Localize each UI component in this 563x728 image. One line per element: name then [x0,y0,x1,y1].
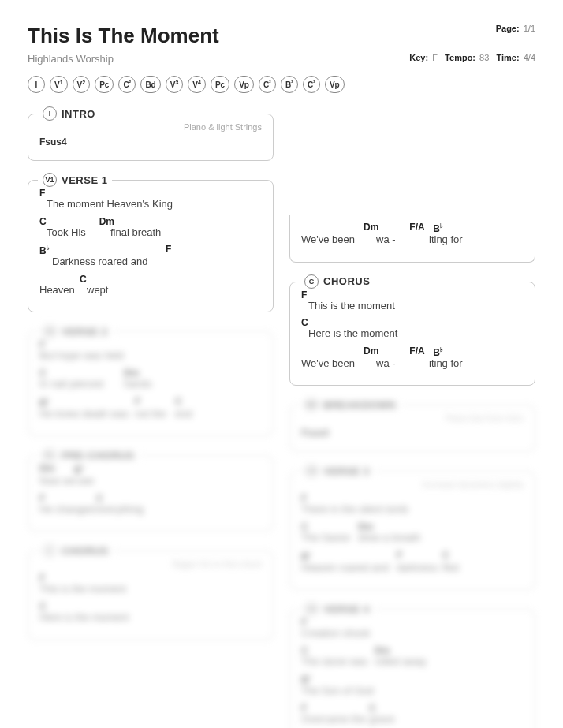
nav-pill[interactable]: Bd [140,76,160,93]
chord-lyric-line: B♭FCHeaven roared anddarknessfled [301,551,524,574]
chord [47,189,179,198]
lyric [80,284,85,297]
section-verse3: V3 VERSE 3 Increase dynamics slightly FT… [289,471,535,590]
lyric: He knew death was [39,408,133,420]
lyric: darkness [397,562,441,574]
lyric: Creation shook [301,627,378,640]
lyric: grave [369,713,397,726]
nav-pill[interactable]: C² [303,76,320,93]
chord-lyric-line: FCHe changedeverything [39,494,262,516]
chord: Dm [39,464,73,475]
chord: Dm [375,646,435,655]
section-title: BREAKDOWN [323,399,396,411]
chord: Fsus4 [39,136,262,147]
section-title: CHORUS [323,275,370,287]
chord: B♭ [433,346,488,357]
song-title: This Is The Moment [28,24,219,48]
chord [88,274,110,284]
chord: F/A [409,222,431,233]
chord: F [39,189,45,198]
chord: C [39,602,139,611]
chord-lyric-line: CDmIn nail piercedhands [39,368,262,390]
lyric [98,226,109,239]
lyric [301,327,307,340]
section-note: Bigger hit on first chord [39,559,262,569]
song-meta: Page: 1/1 [496,24,535,35]
lyric: final breath [110,226,177,239]
chord: C [442,551,464,562]
nav-pill[interactable]: Pc [211,76,229,93]
chord: F [301,704,367,713]
chord: F [166,245,171,256]
chord: C [301,522,356,532]
section-badge: C [304,274,319,289]
lyric: He changed [39,503,95,516]
nav-pill[interactable]: C² [118,76,136,93]
chord-lyric-line: FCOvercame thegrave [301,704,524,726]
nav-pill[interactable]: B² [281,76,298,93]
chord: C [39,368,122,378]
chord-lyric-line: FBut hope was held [39,340,262,362]
nav-pill[interactable]: V2 [73,76,91,93]
chord-lyric-line: CHere is the moment [39,602,262,624]
lyric: see [77,475,94,487]
section-title: CHORUS [62,545,108,557]
chord [310,318,409,327]
lyric [364,357,375,370]
nav-pill[interactable]: V4 [188,76,206,93]
lyric: In nail pierced [39,378,122,390]
lyric [158,256,164,268]
chord [308,290,408,300]
section-note: Piano & light Strings [39,122,262,132]
chord [52,245,157,256]
chord: Dm [364,346,378,357]
chord: B♭ [433,222,488,233]
lyric: The Savior [301,532,356,544]
lyric: Here is the moment [308,327,408,340]
lyric: drew a breath [358,532,430,544]
lyric: But hope was held [39,349,133,362]
chord [301,222,362,233]
section-badge: V2 [43,324,57,338]
nav-pill[interactable]: Vp [234,76,254,93]
lyric: not the [135,408,173,420]
chord: C [39,217,47,226]
chord: Dm [124,368,151,378]
lyric [405,233,427,246]
section-nav: IV1V2PcC²BdV3V4PcVpC²B²C²Vp [28,76,535,93]
nav-pill[interactable]: Vp [325,76,345,93]
chord-lyric-line: CDmTook His final breath [39,217,262,239]
lyric: fled [442,562,464,574]
lyric: Here is the moment [39,611,139,624]
lyric: Took His [47,226,96,239]
chord-lyric-line: FCreation shook [301,618,524,640]
lyric: rolled away [375,655,435,668]
section-badge: Pc [43,448,57,462]
lyric [166,256,171,268]
lyric: Overcame the [301,713,367,726]
chord-lyric-line: B♭FCHe knew death wasnot theend [39,397,262,420]
nav-pill[interactable]: V3 [166,76,184,93]
chord: F [39,340,133,349]
nav-pill[interactable]: V1 [50,76,68,93]
chord: Fsus4 [301,427,524,439]
chord: F [135,397,173,408]
lyric [405,357,427,370]
section-verse1: V1 VERSE 1 FThe moment Heaven's KingCDmT… [28,180,274,312]
nav-pill[interactable]: I [28,76,45,93]
chord: C [369,704,397,713]
lyric: wa - [376,357,404,370]
section-title: VERSE 4 [323,603,369,615]
lyric [39,256,50,268]
section-verse4: V4 VERSE 4 FCreation shookCDmThe stone w… [289,609,535,728]
section-title: VERSE 3 [323,465,369,477]
chord: C [175,397,192,408]
nav-pill[interactable]: C² [259,76,276,93]
chord [380,346,408,357]
lyric: We've been [301,357,362,370]
chord [301,346,362,357]
nav-pill[interactable]: Pc [95,76,114,93]
chord-lyric-line: FThere in the silent tomb [301,494,524,516]
section-verse2: V2 VERSE 2 FBut hope was heldCDmIn nail … [28,331,274,436]
chord [48,217,98,226]
